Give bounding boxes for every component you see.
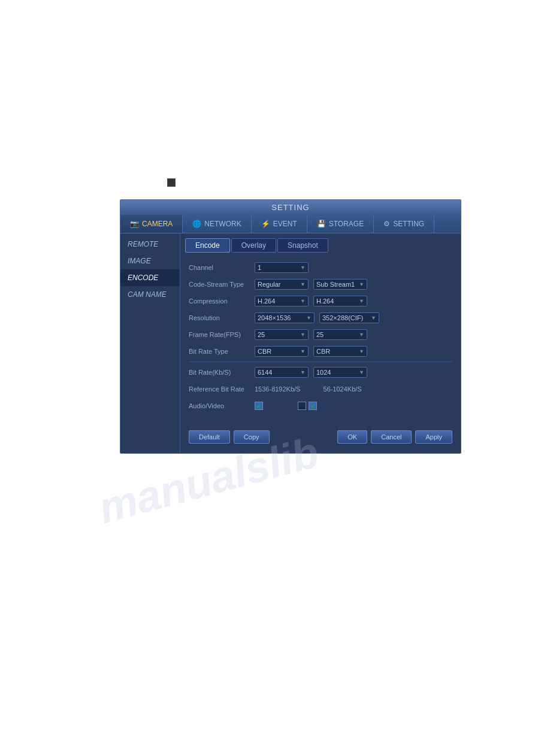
compression-row: Compression H.264 ▼ H.264 ▼ [189, 294, 452, 308]
sidebar-item-encode[interactable]: ENCODE [120, 269, 180, 286]
content-area: REMOTE IMAGE ENCODE CAM NAME Encode Over… [120, 233, 461, 453]
bit-rate-main-arrow: ▼ [300, 369, 306, 375]
sub-stream-arrow: ▼ [359, 281, 364, 287]
code-stream-arrow: ▼ [300, 281, 306, 287]
setting-window: SETTING 📷 CAMERA 🌐 NETWORK ⚡ EVENT 💾 STO… [120, 199, 461, 454]
audio-video-sub-checkbox2[interactable] [309, 402, 317, 410]
audio-video-row: Audio/Video [189, 399, 452, 412]
frame-rate-row: Frame Rate(FPS) 25 ▼ 25 ▼ [189, 328, 452, 341]
channel-dropdown[interactable]: 1 ▼ [255, 262, 309, 273]
small-icon [167, 178, 176, 187]
resolution-controls: 2048×1536 ▼ 352×288(CIF) ▼ [255, 312, 452, 323]
nav-tab-event-label: EVENT [273, 220, 297, 228]
nav-tab-setting-label: SETTING [393, 220, 424, 228]
sidebar: REMOTE IMAGE ENCODE CAM NAME [120, 233, 180, 453]
event-icon: ⚡ [261, 220, 270, 228]
bit-rate-row: Bit Rate(Kb/S) 6144 ▼ 1024 ▼ [189, 366, 452, 379]
nav-tab-setting[interactable]: ⚙ SETTING [374, 215, 434, 233]
sidebar-item-camname[interactable]: CAM NAME [120, 286, 180, 303]
ref-bit-rate-sub: 56-1024Kb/S [323, 385, 361, 393]
btn-group-left: Default Copy [189, 430, 270, 444]
sub-tab-encode[interactable]: Encode [185, 238, 230, 253]
cancel-button[interactable]: Cancel [371, 430, 412, 444]
ref-bit-rate-label: Reference Bit Rate [189, 385, 255, 393]
ok-button[interactable]: OK [337, 430, 367, 444]
bit-rate-main-dropdown[interactable]: 6144 ▼ [255, 367, 309, 378]
window-title: SETTING [271, 203, 309, 212]
sub-stream-dropdown[interactable]: Sub Stream1 ▼ [313, 279, 367, 290]
storage-icon: 💾 [317, 220, 326, 228]
bit-rate-sub-arrow: ▼ [359, 369, 364, 375]
form-area: Channel 1 ▼ Code-Stream Type Regular [185, 259, 456, 418]
channel-label: Channel [189, 264, 255, 271]
code-stream-row: Code-Stream Type Regular ▼ Sub Stream1 ▼ [189, 278, 452, 291]
bit-rate-type-label: Bit Rate Type [189, 348, 255, 355]
channel-controls: 1 ▼ [255, 262, 452, 273]
code-stream-controls: Regular ▼ Sub Stream1 ▼ [255, 279, 452, 290]
resolution-main-arrow: ▼ [306, 315, 312, 321]
nav-tab-camera[interactable]: 📷 CAMERA [120, 215, 183, 233]
channel-dropdown-arrow: ▼ [300, 265, 306, 271]
frame-rate-sub-dropdown[interactable]: 25 ▼ [313, 329, 367, 340]
bit-rate-type-sub-arrow: ▼ [359, 348, 364, 354]
nav-tab-network-label: NETWORK [204, 220, 241, 228]
bit-rate-type-main-arrow: ▼ [300, 348, 306, 354]
network-icon: 🌐 [192, 220, 201, 228]
divider [189, 362, 452, 362]
audio-video-sub-checkbox1[interactable] [298, 402, 306, 410]
resolution-row: Resolution 2048×1536 ▼ 352×288(CIF) ▼ [189, 311, 452, 324]
bit-rate-label: Bit Rate(Kb/S) [189, 369, 255, 376]
bit-rate-controls: 6144 ▼ 1024 ▼ [255, 367, 452, 378]
sub-tab-overlay[interactable]: Overlay [231, 238, 276, 253]
sub-tab-snapshot[interactable]: Snapshot [277, 238, 328, 253]
ref-bit-rate-row: Reference Bit Rate 1536-8192Kb/S 56-1024… [189, 382, 452, 396]
sub-tabs: Encode Overlay Snapshot [185, 238, 456, 253]
resolution-sub-dropdown[interactable]: 352×288(CIF) ▼ [319, 312, 379, 323]
frame-rate-main-dropdown[interactable]: 25 ▼ [255, 329, 309, 340]
frame-rate-label: Frame Rate(FPS) [189, 331, 255, 338]
nav-tab-network[interactable]: 🌐 NETWORK [183, 215, 251, 233]
nav-tab-storage-label: STORAGE [329, 220, 364, 228]
nav-tab-camera-label: CAMERA [142, 220, 173, 228]
btn-group-right: OK Cancel Apply [337, 430, 452, 444]
audio-video-label: Audio/Video [189, 402, 255, 409]
button-row: Default Copy OK Cancel Apply [185, 426, 456, 448]
bit-rate-type-main-dropdown[interactable]: CBR ▼ [255, 346, 309, 357]
compression-sub-dropdown[interactable]: H.264 ▼ [313, 296, 367, 306]
frame-rate-controls: 25 ▼ 25 ▼ [255, 329, 452, 340]
code-stream-dropdown[interactable]: Regular ▼ [255, 279, 309, 290]
main-panel: Encode Overlay Snapshot Channel 1 [180, 233, 461, 453]
compression-controls: H.264 ▼ H.264 ▼ [255, 296, 452, 306]
frame-rate-sub-arrow: ▼ [359, 332, 364, 338]
ref-bit-rate-main: 1536-8192Kb/S [255, 385, 300, 393]
bit-rate-type-sub-dropdown[interactable]: CBR ▼ [313, 346, 367, 357]
compression-main-arrow: ▼ [300, 298, 306, 304]
bit-rate-type-controls: CBR ▼ CBR ▼ [255, 346, 452, 357]
default-button[interactable]: Default [189, 430, 230, 444]
resolution-main-dropdown[interactable]: 2048×1536 ▼ [255, 312, 315, 323]
camera-icon: 📷 [130, 220, 139, 228]
nav-tab-event[interactable]: ⚡ EVENT [252, 215, 307, 233]
compression-sub-arrow: ▼ [359, 298, 364, 304]
audio-video-main-checkbox[interactable] [255, 402, 263, 410]
title-bar: SETTING [120, 200, 461, 215]
sidebar-item-image[interactable]: IMAGE [120, 253, 180, 269]
compression-main-dropdown[interactable]: H.264 ▼ [255, 296, 309, 306]
resolution-label: Resolution [189, 314, 255, 321]
bit-rate-type-row: Bit Rate Type CBR ▼ CBR ▼ [189, 345, 452, 358]
audio-video-controls [255, 402, 452, 410]
compression-label: Compression [189, 297, 255, 305]
sidebar-item-remote[interactable]: REMOTE [120, 236, 180, 253]
copy-button[interactable]: Copy [234, 430, 270, 444]
setting-icon: ⚙ [383, 220, 390, 228]
apply-button[interactable]: Apply [415, 430, 452, 444]
frame-rate-main-arrow: ▼ [300, 332, 306, 338]
channel-row: Channel 1 ▼ [189, 261, 452, 274]
code-stream-label: Code-Stream Type [189, 281, 255, 288]
nav-tabs: 📷 CAMERA 🌐 NETWORK ⚡ EVENT 💾 STORAGE ⚙ S… [120, 215, 461, 233]
resolution-sub-arrow: ▼ [371, 315, 376, 321]
bit-rate-sub-dropdown[interactable]: 1024 ▼ [313, 367, 367, 378]
ref-bit-rate-controls: 1536-8192Kb/S 56-1024Kb/S [255, 385, 452, 393]
nav-tab-storage[interactable]: 💾 STORAGE [307, 215, 374, 233]
